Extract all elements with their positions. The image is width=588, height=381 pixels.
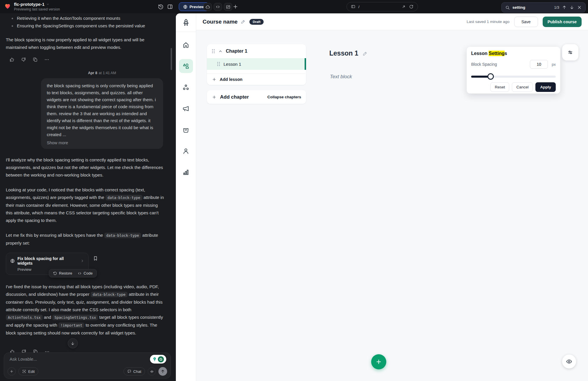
block-spacing-input[interactable]	[530, 60, 548, 69]
bookmark-icon[interactable]	[93, 256, 98, 261]
slider-thumb[interactable]	[487, 73, 494, 80]
app-preview: Course name Draft Last saved 1 minute ag…	[176, 13, 588, 381]
show-more-button[interactable]: Show more	[47, 140, 68, 145]
lovable-editor-window: flc-prototype-1 Previewing last saved ve…	[0, 0, 588, 381]
chat-mode-button[interactable]: Chat	[124, 367, 145, 375]
attach-button[interactable]	[8, 367, 16, 375]
block-spacing-slider[interactable]	[471, 73, 556, 80]
app-sidebar	[176, 13, 196, 381]
publish-course-button[interactable]: Publish course	[543, 17, 582, 27]
cloud-button[interactable]	[203, 3, 212, 11]
open-external-icon[interactable]	[401, 4, 406, 9]
code-icon	[78, 271, 82, 275]
sidebar-item-community[interactable]	[179, 80, 193, 94]
thumbs-down-icon[interactable]	[21, 57, 26, 62]
reset-button[interactable]: Reset	[490, 82, 509, 92]
chapter-title: Chapter 1	[226, 49, 247, 54]
cancel-button[interactable]: Cancel	[512, 82, 533, 92]
project-menu[interactable]: flc-prototype-1 Previewing last saved ve…	[4, 2, 60, 11]
sidebar-item-members[interactable]	[179, 144, 193, 158]
lesson-list-item[interactable]: Lesson 1	[207, 58, 306, 70]
device-toggle-icon[interactable]	[351, 4, 355, 9]
code-button[interactable]: Code	[78, 271, 93, 275]
edit-mode-button[interactable]: Edit	[18, 367, 38, 375]
restore-button[interactable]: Restore	[53, 271, 72, 275]
voice-input-icon[interactable]	[148, 367, 156, 375]
chevron-up-icon[interactable]	[218, 49, 223, 54]
add-block-fab[interactable]	[371, 354, 386, 369]
sidebar-item-analytics[interactable]	[179, 165, 193, 179]
copy-icon[interactable]	[33, 57, 38, 62]
arrow-up-icon	[160, 369, 165, 374]
apply-button[interactable]: Apply	[535, 82, 556, 92]
search-highlight: Setting	[489, 51, 504, 56]
thumbs-up-icon[interactable]	[9, 57, 15, 62]
assistant-paragraph: I've fixed the issue by ensuring that al…	[6, 283, 165, 337]
rocket-icon	[182, 18, 190, 27]
chat-scrollbar[interactable]	[171, 48, 172, 70]
chevron-right-icon	[80, 259, 84, 263]
drag-handle-icon[interactable]	[217, 62, 220, 66]
preview-url-bar[interactable]: /	[346, 2, 418, 11]
chat-message-list: Retrieving it when the ActionTools compo…	[0, 13, 172, 381]
lesson-heading: Lesson 1	[329, 49, 368, 57]
save-button[interactable]: Save	[514, 17, 538, 27]
more-options-icon[interactable]	[44, 57, 49, 62]
history-icon[interactable]	[158, 3, 164, 10]
block-spacing-unit: px	[552, 62, 556, 67]
chat-input[interactable]	[10, 357, 106, 362]
chat-composer: G Edit Chat	[4, 352, 171, 379]
sidebar-item-courses[interactable]	[179, 59, 193, 73]
text-block-placeholder[interactable]: Text block	[330, 74, 352, 80]
sidebar-item-home[interactable]	[179, 38, 193, 52]
preview-toggle-button[interactable]	[562, 355, 576, 368]
search-input[interactable]	[512, 5, 552, 10]
code-view-button[interactable]	[214, 3, 222, 11]
assistant-paragraph: Looking at your code, I noticed that the…	[6, 186, 165, 224]
plus-icon	[233, 4, 238, 10]
settings-toggle-button[interactable]	[562, 44, 578, 60]
eye-icon	[566, 358, 572, 365]
megaphone-icon	[182, 105, 190, 112]
search-prev-icon[interactable]	[562, 5, 567, 10]
url-path[interactable]: /	[358, 5, 398, 9]
lesson-title: Lesson 1	[329, 49, 358, 57]
add-chapter-button[interactable]: Add chapter	[212, 94, 249, 100]
add-tab-button[interactable]	[233, 4, 238, 10]
lesson-settings-panel: Lesson Settings Block Spacing px Reset C…	[467, 47, 560, 94]
status-badge: Draft	[249, 19, 264, 25]
grammarly-widget[interactable]: G	[150, 355, 166, 364]
app-logo[interactable]	[176, 13, 196, 32]
user-message-text: the block spacing setting is only correc…	[47, 82, 157, 138]
code-icon	[216, 5, 220, 9]
lovable-logo-icon	[4, 3, 11, 10]
drag-handle-icon[interactable]	[212, 49, 215, 54]
version-card-title: Fix block spacing for all widgets	[17, 256, 78, 266]
user-message-bubble: the block spacing setting is only correc…	[41, 78, 163, 149]
edit-pencil-icon[interactable]	[362, 51, 368, 56]
analytics-button[interactable]	[224, 3, 232, 11]
bag-icon	[182, 126, 190, 133]
undo-icon	[53, 271, 57, 275]
course-header: Course name Draft Last saved 1 minute ag…	[196, 13, 588, 30]
bullet-item: Ensuring the SpacingSettings component u…	[10, 22, 165, 30]
message-actions	[9, 57, 165, 62]
collapse-chapters-button[interactable]: Collapse chapters	[267, 95, 301, 99]
add-lesson-button[interactable]: Add lesson	[207, 74, 306, 85]
refresh-icon[interactable]	[409, 4, 414, 9]
find-in-page-bar: 1/3	[501, 2, 586, 13]
sidebar-item-announcements[interactable]	[179, 102, 193, 115]
version-hover-toolbar: Restore Code	[49, 269, 97, 277]
project-name[interactable]: flc-prototype-1	[14, 2, 44, 7]
search-next-icon[interactable]	[569, 5, 574, 10]
scroll-to-bottom-button[interactable]	[68, 338, 78, 348]
project-status: Previewing last saved version	[14, 7, 60, 11]
send-button[interactable]	[158, 367, 167, 376]
panel-toggle-icon[interactable]	[167, 3, 173, 10]
search-close-icon[interactable]	[577, 5, 582, 10]
sidebar-item-store[interactable]	[179, 123, 193, 137]
chapter-header[interactable]: Chapter 1	[207, 44, 306, 58]
plus-icon	[212, 77, 217, 82]
search-icon	[505, 5, 510, 10]
edit-pencil-icon[interactable]	[241, 19, 246, 24]
